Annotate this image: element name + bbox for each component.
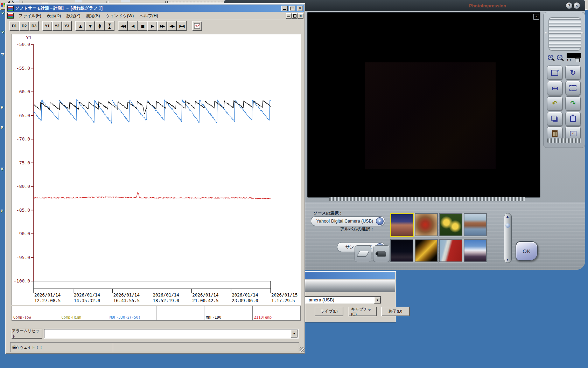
help-icon: ? bbox=[568, 4, 570, 8]
svg-text:-60.0: -60.0 bbox=[16, 89, 30, 94]
channel-name: MDF-190 bbox=[206, 315, 252, 319]
minimize-button[interactable] bbox=[281, 6, 288, 11]
channel-name: Comp-low bbox=[13, 315, 60, 319]
svg-text:1:17:29.5: 1:17:29.5 bbox=[271, 298, 295, 303]
scanner-icon bbox=[357, 251, 370, 257]
camcorder-button[interactable] bbox=[373, 245, 390, 262]
alarm-reset-button[interactable]: アラームリセット bbox=[12, 329, 42, 339]
thumbnail[interactable] bbox=[415, 239, 438, 262]
desktop-icon-fragment: P bbox=[1, 125, 3, 130]
restore-button[interactable] bbox=[289, 6, 295, 11]
close-icon: × bbox=[576, 4, 578, 8]
rotate-button[interactable]: ↻ bbox=[565, 66, 581, 80]
menu-item[interactable]: 測定(S) bbox=[83, 12, 103, 20]
desktop-icon-fragment: マ bbox=[1, 52, 5, 57]
data-select-button[interactable]: D3 bbox=[29, 21, 39, 31]
mdi-close-button[interactable]: × bbox=[298, 13, 303, 19]
dialog-button[interactable]: キャプチャ(C) bbox=[348, 307, 377, 316]
zoom-display bbox=[567, 53, 581, 58]
scanner-button[interactable] bbox=[355, 245, 371, 262]
thumbnail[interactable] bbox=[464, 239, 487, 262]
thumbnail[interactable] bbox=[390, 213, 414, 237]
dialog-button[interactable]: 終了(D) bbox=[381, 307, 410, 316]
axis-select-button[interactable]: Y1 bbox=[42, 21, 52, 31]
transport-button[interactable]: ■ bbox=[138, 21, 147, 31]
thumbnail[interactable] bbox=[439, 213, 462, 236]
scroll-button[interactable]: ▲▼ bbox=[95, 21, 105, 31]
menu-item[interactable]: 設定(Z) bbox=[64, 12, 83, 20]
menu-item[interactable]: ウィンドウ(W) bbox=[103, 12, 136, 20]
scroll-button[interactable]: ▼▲ bbox=[105, 21, 114, 31]
svg-text:-65.0: -65.0 bbox=[16, 113, 30, 118]
desktop-icon-fragment: マ bbox=[1, 11, 5, 16]
undo-icon: ↶ bbox=[552, 100, 557, 107]
svg-text:2026/01/14: 2026/01/14 bbox=[153, 292, 179, 298]
chevron-down-icon[interactable]: ▼ bbox=[376, 217, 384, 225]
preview-close-button[interactable]: × bbox=[533, 14, 539, 20]
alarm-log-dropdown[interactable]: ▼ bbox=[44, 329, 299, 339]
close-button[interactable]: × bbox=[573, 2, 580, 9]
resize-grip[interactable] bbox=[300, 347, 304, 352]
axis-select-button[interactable]: Y2 bbox=[52, 21, 62, 31]
mdi-child-icon[interactable] bbox=[7, 13, 14, 19]
menu-item[interactable]: 表示(D) bbox=[44, 12, 64, 20]
mdi-restore-button[interactable] bbox=[292, 13, 298, 19]
scroll-button[interactable]: ▲ bbox=[75, 21, 85, 31]
graph-icon bbox=[194, 23, 200, 29]
desktop-icon-fragment bbox=[121, 0, 130, 2]
zoom-in-button[interactable]: + bbox=[546, 54, 555, 63]
copy-button[interactable] bbox=[547, 112, 562, 126]
thumbnail[interactable] bbox=[439, 239, 462, 262]
menu-item[interactable]: ファイル(F) bbox=[16, 12, 44, 20]
transport-button[interactable]: ▶◀ bbox=[177, 21, 187, 31]
ok-button[interactable]: OK bbox=[516, 241, 538, 261]
transport-button[interactable]: ▶ bbox=[147, 21, 157, 31]
axis-select-button[interactable]: Y3 bbox=[62, 21, 72, 31]
transport-button[interactable]: ▶▶ bbox=[157, 21, 167, 31]
dialog-button[interactable]: ライブ(L) bbox=[315, 307, 343, 316]
chevron-down-icon[interactable]: ▼ bbox=[291, 330, 298, 338]
crop-rotate-button[interactable] bbox=[565, 81, 581, 95]
resize-button[interactable]: ↗ bbox=[547, 66, 562, 80]
scroll-down-icon[interactable]: ▼ bbox=[504, 258, 511, 261]
panel-divider bbox=[329, 197, 525, 201]
titlebar[interactable]: ソフトサーモ計測－計測1 － [折れ線グラフ 1] × bbox=[7, 5, 304, 12]
thumbnail[interactable] bbox=[464, 213, 487, 236]
scrollbar-knob[interactable] bbox=[505, 223, 510, 228]
data-select-button[interactable]: D2 bbox=[19, 21, 29, 31]
transport-button[interactable]: ◀◀ bbox=[118, 21, 128, 31]
help-button[interactable]: ? bbox=[566, 2, 573, 9]
graph-settings-button[interactable] bbox=[192, 21, 202, 31]
window-title: ソフトサーモ計測－計測1 － [折れ線グラフ 1] bbox=[15, 5, 280, 11]
chevron-down-icon[interactable]: ▼ bbox=[374, 297, 381, 304]
crop-icon bbox=[569, 85, 576, 91]
mdi-minimize-button[interactable] bbox=[286, 13, 292, 19]
svg-text:12:27:08.5: 12:27:08.5 bbox=[34, 298, 61, 303]
transport-icon: ▶▶ bbox=[160, 24, 164, 28]
arrow-icon: ▼ bbox=[99, 26, 101, 29]
thumbnail[interactable] bbox=[415, 213, 438, 236]
paste-button[interactable] bbox=[565, 112, 581, 126]
cascade-icon[interactable] bbox=[575, 58, 580, 62]
redo-button[interactable]: ↷ bbox=[565, 96, 581, 110]
menu-item[interactable]: ヘルプ(H) bbox=[136, 12, 161, 20]
thumbnail[interactable] bbox=[390, 239, 413, 262]
scroll-button[interactable]: ▼ bbox=[85, 21, 95, 31]
dialog-button-row: ライブ(L) キャプチャ(C) 終了(D) bbox=[315, 307, 410, 316]
svg-text:2026/01/14: 2026/01/14 bbox=[34, 292, 61, 298]
photoimpression-title: PhotoImpression bbox=[469, 3, 506, 8]
undo-button[interactable]: ↶ bbox=[547, 96, 562, 110]
scroll-up-icon[interactable]: ▲ bbox=[504, 214, 511, 218]
panel-grip[interactable] bbox=[548, 17, 581, 51]
zoom-out-button[interactable]: − bbox=[555, 54, 565, 63]
svg-text:21:00:42.5: 21:00:42.5 bbox=[192, 298, 218, 303]
data-select-button[interactable]: D1 bbox=[9, 21, 19, 31]
channel-cell: Comp-High CH2 [℃] ----- bbox=[60, 306, 108, 320]
close-button[interactable]: × bbox=[297, 6, 303, 11]
flip-horizontal-button[interactable]: ▶|◀ bbox=[547, 81, 562, 95]
transport-button[interactable]: ◀▶ bbox=[167, 21, 177, 31]
transport-button[interactable]: ◀ bbox=[128, 21, 138, 31]
channel-name: Comp-High bbox=[62, 315, 108, 319]
thumbnail-scrollbar[interactable]: ▲ ▼ bbox=[504, 213, 512, 263]
source-select-dropdown[interactable]: Yahoo! Digital Camera (USB) ▼ bbox=[311, 216, 385, 226]
